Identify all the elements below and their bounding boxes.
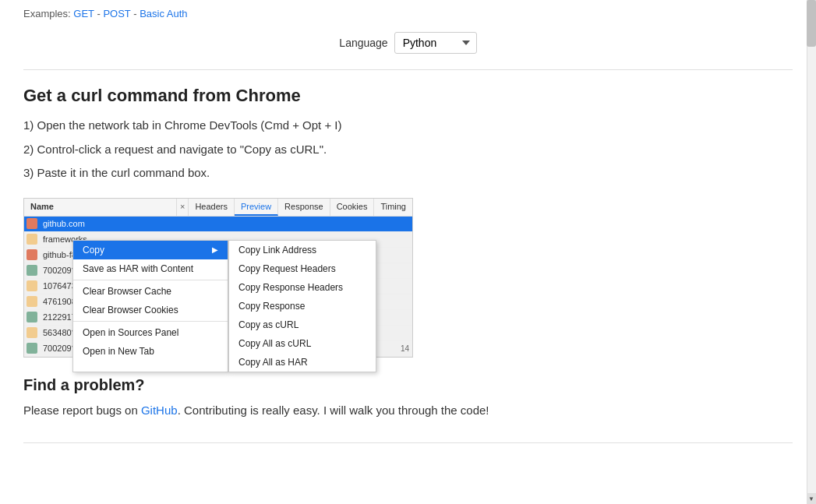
- context-menu-outer: Copy ▶ Save as HAR with Content Clear Br…: [72, 240, 376, 372]
- ctx-item-open-tab[interactable]: Open in New Tab: [73, 342, 228, 361]
- sub-item-copy-link[interactable]: Copy Link Address: [229, 241, 376, 259]
- row-icon: [26, 327, 37, 338]
- devtools-screenshot: Name × Headers Preview Response Cookies …: [23, 198, 413, 358]
- col-name: Name: [24, 199, 177, 216]
- find-problem-after: . Contributing is really easy. I will wa…: [178, 404, 489, 417]
- sub-item-copy-as-curl[interactable]: Copy as cURL: [229, 315, 376, 334]
- ctx-divider: [73, 280, 228, 280]
- network-rows: github.com frameworks... github-f886... …: [24, 217, 412, 357]
- ctx-item-clear-cache[interactable]: Clear Browser Cache: [73, 282, 228, 301]
- sub-copy-resp-headers-label: Copy Response Headers: [238, 282, 343, 293]
- divider-1: [23, 69, 793, 70]
- examples-row: Examples: GET - POST - Basic Auth: [23, 8, 793, 19]
- example-get-link[interactable]: GET: [73, 8, 94, 19]
- sub-copy-req-headers-label: Copy Request Headers: [238, 263, 336, 274]
- sub-copy-all-har-label: Copy All as HAR: [238, 357, 308, 368]
- github-link[interactable]: GitHub: [141, 404, 178, 417]
- find-problem-text: Please report bugs on GitHub. Contributi…: [23, 402, 793, 420]
- example-post-link[interactable]: POST: [103, 8, 130, 19]
- ctx-divider-2: [73, 321, 228, 322]
- sub-item-copy-all-curl[interactable]: Copy All as cURL: [229, 334, 376, 353]
- ctx-item-copy[interactable]: Copy ▶: [73, 241, 228, 259]
- ctx-item-save-har[interactable]: Save as HAR with Content: [73, 259, 228, 278]
- sub-item-copy-response[interactable]: Copy Response: [229, 297, 376, 315]
- ctx-save-har-label: Save as HAR with Content: [83, 263, 193, 274]
- row-icon: [26, 280, 37, 291]
- sub-item-copy-resp-headers[interactable]: Copy Response Headers: [229, 278, 376, 297]
- ctx-clear-cookies-label: Clear Browser Cookies: [83, 305, 178, 315]
- row-icon: [26, 265, 37, 276]
- col-preview: Preview: [235, 199, 278, 216]
- sub-copy-link-label: Copy Link Address: [238, 245, 316, 256]
- devtools-tab-bar: Name × Headers Preview Response Cookies …: [24, 199, 412, 217]
- ctx-copy-label: Copy: [83, 245, 104, 256]
- language-row: Language Python JavaScript PHP Ruby Go: [23, 32, 793, 54]
- ctx-clear-cache-label: Clear Browser Cache: [83, 286, 171, 297]
- sub-item-copy-all-har[interactable]: Copy All as HAR: [229, 353, 376, 372]
- row-icon: [26, 296, 37, 307]
- scrollbar[interactable]: ▲ ▼: [807, 0, 816, 504]
- col-headers: Headers: [189, 199, 235, 216]
- row-name: github.com: [40, 219, 412, 228]
- row-icon: [26, 218, 37, 229]
- col-close: ×: [177, 199, 189, 216]
- example-basic-auth-link[interactable]: Basic Auth: [140, 8, 187, 19]
- find-problem-section: Find a problem? Please report bugs on Gi…: [23, 376, 793, 420]
- find-problem-title: Find a problem?: [23, 376, 793, 394]
- ctx-copy-arrow: ▶: [212, 245, 218, 254]
- divider-2: [23, 442, 793, 443]
- row-size: 14: [397, 344, 412, 353]
- language-select[interactable]: Python JavaScript PHP Ruby Go: [394, 32, 477, 54]
- col-cookies: Cookies: [330, 199, 375, 216]
- scrollbar-arrow-down[interactable]: ▼: [807, 493, 816, 504]
- sub-item-copy-req-headers[interactable]: Copy Request Headers: [229, 259, 376, 278]
- step-2: 2) Control-click a request and navigate …: [23, 141, 793, 159]
- row-icon: [26, 343, 37, 354]
- sub-copy-all-curl-label: Copy All as cURL: [238, 338, 311, 349]
- scrollbar-thumb[interactable]: [807, 0, 816, 47]
- sub-copy-response-label: Copy Response: [238, 301, 305, 312]
- ctx-item-clear-cookies[interactable]: Clear Browser Cookies: [73, 301, 228, 319]
- context-menu-main: Copy ▶ Save as HAR with Content Clear Br…: [72, 240, 228, 372]
- sub-copy-as-curl-label: Copy as cURL: [238, 319, 298, 330]
- find-problem-before: Please report bugs on: [23, 404, 141, 417]
- row-icon: [26, 312, 37, 322]
- language-label: Language: [339, 37, 387, 49]
- network-row: github.com: [24, 217, 412, 232]
- curl-section-title: Get a curl command from Chrome: [23, 86, 793, 106]
- col-timing: Timing: [374, 199, 412, 216]
- context-menu-sub: Copy Link Address Copy Request Headers C…: [228, 240, 376, 372]
- ctx-item-open-sources[interactable]: Open in Sources Panel: [73, 323, 228, 342]
- ctx-open-sources-label: Open in Sources Panel: [83, 327, 178, 338]
- row-icon: [26, 234, 37, 245]
- instructions: 1) Open the network tab in Chrome DevToo…: [23, 117, 793, 182]
- step-3: 3) Paste it in the curl command box.: [23, 164, 793, 182]
- curl-section: Get a curl command from Chrome 1) Open t…: [23, 86, 793, 358]
- ctx-open-tab-label: Open in New Tab: [83, 346, 154, 357]
- examples-label: Examples:: [23, 8, 71, 19]
- col-response: Response: [278, 199, 330, 216]
- row-icon: [26, 249, 37, 260]
- step-1: 1) Open the network tab in Chrome DevToo…: [23, 117, 793, 135]
